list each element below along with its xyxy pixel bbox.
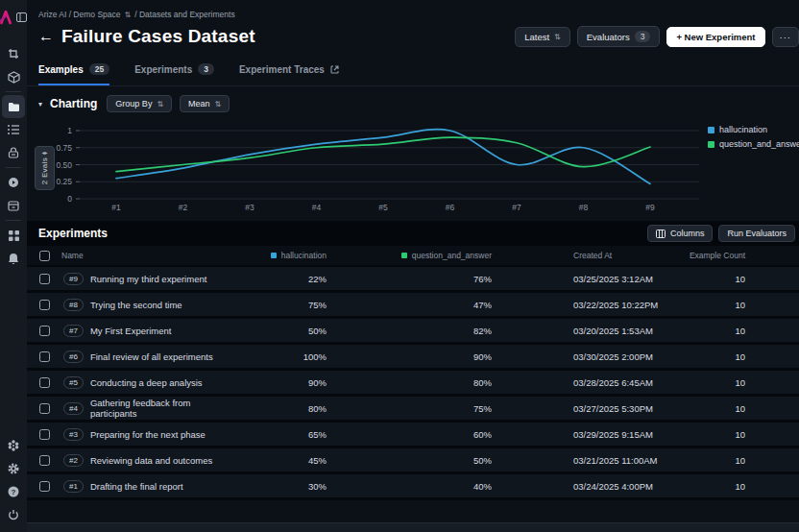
svg-text:#5: #5 bbox=[378, 203, 388, 212]
legend-swatch bbox=[708, 141, 714, 148]
table-body: #9Running my third experiment22%76%03/25… bbox=[27, 267, 799, 500]
column-header-example-count[interactable]: Example Count bbox=[669, 251, 799, 260]
row-checkbox[interactable] bbox=[39, 300, 50, 310]
expand-arrows-icon: ◂▸ bbox=[41, 150, 47, 156]
created-at-value: 03/24/2025 4:00PM bbox=[525, 481, 669, 492]
group-by-label: Group By bbox=[115, 99, 152, 109]
legend-swatch bbox=[708, 127, 714, 133]
sidebar-divider bbox=[6, 91, 21, 92]
legend-item[interactable]: hallucination bbox=[708, 125, 799, 134]
external-link-icon bbox=[330, 65, 339, 74]
column-header-question-and-answer[interactable]: question_and_answer bbox=[360, 251, 525, 260]
table-row[interactable]: #9Running my third experiment22%76%03/25… bbox=[27, 267, 799, 293]
row-checkbox[interactable] bbox=[39, 403, 50, 414]
panel-toggle-icon[interactable] bbox=[16, 6, 28, 29]
play-circle-icon[interactable] bbox=[2, 171, 25, 194]
evals-panel-toggle[interactable]: ◂▸ 2 Evals bbox=[35, 146, 55, 190]
hallucination-value: 80% bbox=[235, 403, 360, 414]
table-row[interactable]: #6Final review of all experiments100%90%… bbox=[27, 345, 799, 371]
column-header-created-at[interactable]: Created At bbox=[525, 251, 669, 260]
flower-icon[interactable] bbox=[2, 434, 25, 457]
row-checkbox[interactable] bbox=[39, 326, 50, 336]
cube-icon[interactable] bbox=[2, 65, 25, 88]
column-header-hallucination[interactable]: hallucination bbox=[235, 251, 360, 260]
row-checkbox[interactable] bbox=[39, 429, 50, 440]
example-count-value: 10 bbox=[669, 403, 799, 414]
legend-item[interactable]: question_and_answer bbox=[708, 139, 799, 149]
table-row[interactable]: #1Drafting the final report30%40%03/24/2… bbox=[27, 474, 799, 500]
experiment-number-badge: #9 bbox=[63, 273, 84, 285]
trace-icon[interactable] bbox=[2, 42, 25, 65]
table-row[interactable]: #4Gathering feedback from participants80… bbox=[27, 397, 799, 423]
table-row[interactable]: #5Conducting a deep analysis90%80%03/28/… bbox=[27, 371, 799, 397]
tab-experiment-traces[interactable]: Experiment Traces bbox=[239, 60, 339, 85]
svg-text:0: 0 bbox=[67, 194, 72, 204]
experiments-section-header: Experiments Columns Run Evaluators bbox=[27, 221, 799, 246]
hallucination-value: 50% bbox=[235, 326, 360, 336]
columns-button[interactable]: Columns bbox=[647, 225, 714, 242]
charting-header: ▾ Charting Group By ⇅ Mean ⇅ bbox=[27, 93, 799, 114]
svg-text:#2: #2 bbox=[179, 203, 188, 212]
evals-chart: ◂▸ 2 Evals 00.250.500.751#1#2#3#4#5#6#7#… bbox=[27, 114, 799, 215]
latest-dropdown[interactable]: Latest ⇅ bbox=[515, 27, 570, 47]
run-evaluators-button[interactable]: Run Evaluators bbox=[718, 225, 795, 242]
aggregation-label: Mean bbox=[188, 99, 210, 109]
breadcrumb-sort-icon[interactable]: ⇅ bbox=[125, 11, 132, 19]
tab-count-badge: 3 bbox=[198, 63, 214, 75]
breadcrumb[interactable]: Arize AI / Demo Space ⇅ / Datasets and E… bbox=[27, 0, 799, 21]
experiment-name: My First Experiment bbox=[90, 326, 171, 336]
example-count-value: 10 bbox=[669, 377, 799, 388]
svg-text:#6: #6 bbox=[446, 203, 455, 212]
qa-value: 40% bbox=[360, 481, 525, 492]
archive-icon[interactable] bbox=[2, 194, 25, 217]
created-at-value: 03/25/2025 3:12AM bbox=[525, 274, 669, 284]
list-icon[interactable] bbox=[2, 118, 25, 141]
collapse-caret-icon[interactable]: ▾ bbox=[38, 100, 42, 109]
table-row[interactable]: #2Reviewing data and outcomes45%50%03/21… bbox=[27, 448, 799, 474]
experiment-name: Reviewing data and outcomes bbox=[90, 455, 212, 466]
columns-icon bbox=[656, 230, 666, 238]
evaluators-button[interactable]: Evaluators 3 bbox=[577, 26, 661, 47]
grid-icon[interactable] bbox=[2, 224, 25, 247]
row-checkbox[interactable] bbox=[39, 274, 50, 284]
row-checkbox[interactable] bbox=[39, 455, 50, 466]
svg-text:0.75: 0.75 bbox=[56, 143, 72, 153]
breadcrumb-path[interactable]: Arize AI / Demo Space bbox=[38, 10, 121, 19]
experiment-name: Conducting a deep analysis bbox=[90, 377, 203, 388]
tab-examples[interactable]: Examples 25 bbox=[38, 60, 109, 85]
column-header-name[interactable]: Name bbox=[61, 251, 235, 260]
created-at-value: 03/27/2025 5:30PM bbox=[525, 403, 669, 414]
experiment-number-badge: #2 bbox=[63, 454, 84, 467]
lock-icon[interactable] bbox=[2, 141, 25, 164]
app-window: ? Arize AI / Demo Space ⇅ / Datasets and… bbox=[0, 0, 799, 532]
power-icon[interactable] bbox=[2, 503, 25, 526]
aggregation-dropdown[interactable]: Mean ⇅ bbox=[180, 95, 230, 112]
sort-icon: ⇅ bbox=[554, 33, 561, 41]
experiment-number-badge: #4 bbox=[63, 402, 84, 415]
back-button[interactable]: ← bbox=[38, 28, 54, 45]
row-checkbox[interactable] bbox=[39, 481, 50, 492]
table-row[interactable]: #7My First Experiment50%82%03/20/2025 1:… bbox=[27, 319, 799, 345]
breadcrumb-section: / Datasets and Experiments bbox=[134, 10, 234, 19]
tab-experiments[interactable]: Experiments 3 bbox=[134, 60, 214, 85]
gear-icon[interactable] bbox=[2, 457, 25, 480]
hallucination-value: 22% bbox=[235, 274, 360, 284]
experiment-number-badge: #3 bbox=[63, 428, 84, 441]
table-row[interactable]: #8Trying the second time75%47%03/22/2025… bbox=[27, 293, 799, 319]
experiment-name: Gathering feedback from participants bbox=[90, 398, 235, 419]
example-count-value: 10 bbox=[669, 429, 799, 440]
experiment-number-badge: #1 bbox=[63, 480, 84, 493]
main-content: Arize AI / Demo Space ⇅ / Datasets and E… bbox=[27, 0, 799, 532]
more-options-button[interactable]: ··· bbox=[772, 27, 799, 47]
help-icon[interactable]: ? bbox=[2, 480, 25, 503]
group-by-dropdown[interactable]: Group By ⇅ bbox=[107, 95, 172, 112]
folder-icon[interactable] bbox=[2, 95, 25, 118]
new-experiment-button[interactable]: + New Experiment bbox=[666, 27, 764, 47]
select-all-checkbox[interactable] bbox=[39, 251, 50, 261]
row-checkbox[interactable] bbox=[39, 377, 50, 388]
table-row[interactable]: #3Preparing for the next phase65%60%03/2… bbox=[27, 423, 799, 448]
sort-icon: ⇅ bbox=[215, 100, 222, 109]
table-footer bbox=[27, 522, 799, 532]
bell-icon[interactable] bbox=[2, 247, 25, 270]
row-checkbox[interactable] bbox=[39, 351, 50, 362]
